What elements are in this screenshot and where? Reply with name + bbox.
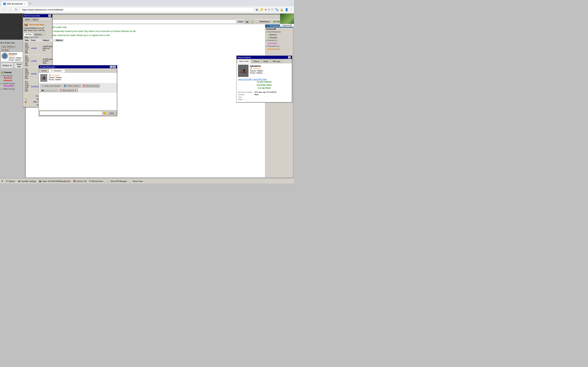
forward-btn[interactable]: → — [8, 8, 13, 12]
pm-message-input[interactable] — [40, 111, 102, 115]
profile-notes-label: Profile & Notes — [67, 85, 79, 87]
friends-icon: 🟢 — [1, 71, 3, 74]
ext-icon1[interactable]: 🐾 — [275, 8, 279, 11]
pm-tab-home[interactable]: Home — [40, 69, 49, 73]
pm-send-btn[interactable]: Send — [107, 111, 116, 115]
browser-toolbar-icons: 📽 🔑 ★ ℹ 🛡 🐾 🔒 👤 ⋮ — [256, 8, 293, 11]
points-label: Points: Hidden — [9, 59, 22, 61]
show-pm-label: Show PM Manager — [111, 180, 127, 182]
about-tab-mini-profile[interactable]: Mini-Profile — [237, 60, 251, 63]
pm-user-info: 🎩 🏅 Premium Tokens: Hidden Points: Hidde… — [39, 73, 117, 83]
about-window-close-btn[interactable]: × — [288, 56, 291, 58]
whiteboard-label: Whiteboard — [259, 20, 269, 23]
pm-profile-notes-btn[interactable]: 👤 Profile & Notes — [62, 84, 81, 87]
cam-thumb-image[interactable] — [280, 13, 294, 24]
offline-friends-group-header[interactable]: ▷ Offline friends — [1, 88, 24, 90]
webcam-preview — [0, 13, 25, 40]
viewer-group-friends[interactable]: ▷ Friends (1) — [265, 39, 293, 42]
status-mfc-mail-btn[interactable]: ✉ MyFreeCams... — [89, 180, 104, 182]
online-friends-group-header[interactable]: ▷ Online friends — [1, 82, 24, 84]
mail-tab-member[interactable]: Member... — [33, 33, 45, 36]
col-from: From: — [30, 39, 42, 42]
pm-avatar: 🎩 — [40, 74, 47, 82]
top-friends-group-header[interactable]: ▷ Top friends — [1, 75, 24, 77]
status-volume-btn[interactable]: 🔇 Volume: Off — [73, 180, 86, 182]
ban-label: Ban & Ignore — [63, 89, 74, 91]
about-tab-tokens[interactable]: Tokens — [251, 60, 261, 63]
pm-tab-mfcalerts[interactable]: 🏅 mfcalerts × — [49, 69, 65, 73]
url-input[interactable] — [20, 7, 254, 12]
topic-input[interactable] — [26, 19, 236, 24]
star-icon[interactable]: ★ — [265, 8, 267, 11]
key-icon[interactable]: 🔑 — [260, 8, 263, 11]
tab-close-btn[interactable]: × — [24, 2, 26, 5]
pm-maximize-btn[interactable]: □ — [113, 66, 116, 68]
pm-open-new-window-btn[interactable]: 🔗 Open new window — [40, 84, 61, 87]
friend-mfcalerts[interactable]: mfcalerts — [1, 79, 24, 82]
pm-badge-label: Premium — [52, 74, 59, 76]
back-btn[interactable]: ← — [1, 8, 6, 12]
refresh-btn[interactable]: ↻ — [14, 8, 18, 12]
pm-emoji-btn[interactable]: 😊 — [103, 111, 106, 115]
user-details: mfcalerts Premium Tokens: Hidden Points:… — [9, 53, 22, 61]
user-circle-icon[interactable]: 👤 — [285, 8, 288, 11]
friend-charlesbot[interactable]: CharlesBot — [1, 84, 24, 87]
about-badge: 🏅 Premium — [250, 67, 263, 70]
menu-icon[interactable]: ⋮ — [290, 8, 293, 11]
status-show-pm-btn[interactable]: 💬 Show PM Manager — [107, 180, 127, 182]
status-news-feed-btn[interactable]: 📰 News Feed — [130, 180, 143, 182]
volume-label: Volume: Off — [76, 180, 86, 182]
viewer-charlesbot[interactable]: CharlesBot — [265, 42, 293, 45]
pm-tab-close-icon[interactable]: × — [62, 70, 63, 72]
about-tab-pm-logs[interactable]: PM Logs — [271, 60, 282, 63]
cam-mic-icon: 📹 — [18, 180, 20, 182]
status-cam-mic-btn[interactable]: 📹 Cam/Mic Settings — [18, 180, 36, 182]
save-topic-btn[interactable]: Save — [237, 20, 244, 23]
actions-dropdown-btn[interactable]: Actions ▼ — [1, 63, 13, 68]
viewer-hot4buckets[interactable]: Hot4Buckets — [265, 48, 293, 50]
pm-ban-ignore-btn[interactable]: 🚫 Ban & Ignore ▼ — [59, 88, 78, 92]
mail-tab-all[interactable]: All Mail — [24, 33, 33, 36]
cam-mic-label: Cam/Mic Settings — [21, 180, 36, 182]
viewer-testcam99[interactable]: TestCam99 — [265, 28, 293, 30]
viewer-group-premiums[interactable]: ▷ Premiums (1) — [265, 45, 293, 48]
ext-icon2[interactable]: 🔒 — [280, 8, 284, 11]
send-pm-btn[interactable]: Send PM — [14, 63, 24, 68]
pm-remove-friend-btn[interactable]: ❌ Remove friend — [82, 84, 100, 87]
lock-icon-btn[interactable]: 🔒 — [250, 19, 254, 24]
shield-icon[interactable]: 🛡 — [271, 8, 274, 11]
info-icon[interactable]: ℹ — [268, 8, 269, 11]
status-settings-icon[interactable]: ⚙ — [1, 180, 3, 182]
viewer-mfcalerts[interactable]: mfcalerts — [265, 36, 293, 39]
cast-icon[interactable]: 📽 — [256, 8, 258, 11]
mail-window-close-btn[interactable]: × — [48, 15, 51, 17]
pm-view-webcam-btn[interactable]: 📷 View webcam — [40, 88, 58, 92]
mail-row-1[interactable]: Oct 28th 2018, 3:33 AM PST xmfc99 xmfc99… — [24, 42, 64, 55]
friends-header: 🟢 Friends — [1, 71, 24, 74]
close-chatroom-btn[interactable]: Close Chatroom — [1, 45, 15, 48]
new-tab-btn[interactable]: + — [28, 2, 33, 6]
mail-heading: Received Mes... — [29, 23, 46, 26]
whiteboard-btn[interactable]: 📋 Whiteboard — [255, 20, 271, 23]
profile-notes-icon: 👤 — [64, 84, 66, 87]
mail-reset-btn[interactable]: Reset — [32, 18, 39, 21]
active-tab[interactable]: M Web Broadcaster × — [1, 1, 28, 6]
view-full-profile-link[interactable]: View Full Profile — [238, 78, 252, 80]
cam-thumbnail: TestCam99 — [280, 13, 294, 27]
pm-minimize-btn[interactable]: − — [110, 66, 113, 68]
status-options-btn[interactable]: ⚙ Options — [6, 180, 15, 182]
go-away-btn[interactable]: Go away — [1, 49, 9, 51]
friend-ant1troll[interactable]: Ant1Troll — [1, 77, 24, 79]
mail-send-btn[interactable]: Send — [24, 18, 31, 21]
about-tab-notes[interactable]: Notes — [261, 60, 270, 63]
viewer-antitroll[interactable]: AntiTroll — [265, 33, 293, 36]
mail-email-label: E-Mail Notifications to — [24, 27, 41, 29]
video-label: Video: HD 596/1000Kbps@11fps — [42, 180, 70, 182]
send-mfc-mail-link[interactable]: Send MFC Mail — [253, 78, 267, 80]
mail-share-label: MFC Share Tips ≥ 100 — [24, 30, 41, 32]
cam-icon-btn[interactable]: 📷 — [245, 19, 249, 24]
mail-show-link[interactable]: Sh... — [36, 36, 40, 38]
viewer-group-top-friends[interactable]: ▷ Top Friends (2) — [265, 30, 293, 33]
countdown-icon: 🟢 — [273, 20, 276, 23]
in-public-chat-status: In Public Chat — [1, 42, 15, 44]
